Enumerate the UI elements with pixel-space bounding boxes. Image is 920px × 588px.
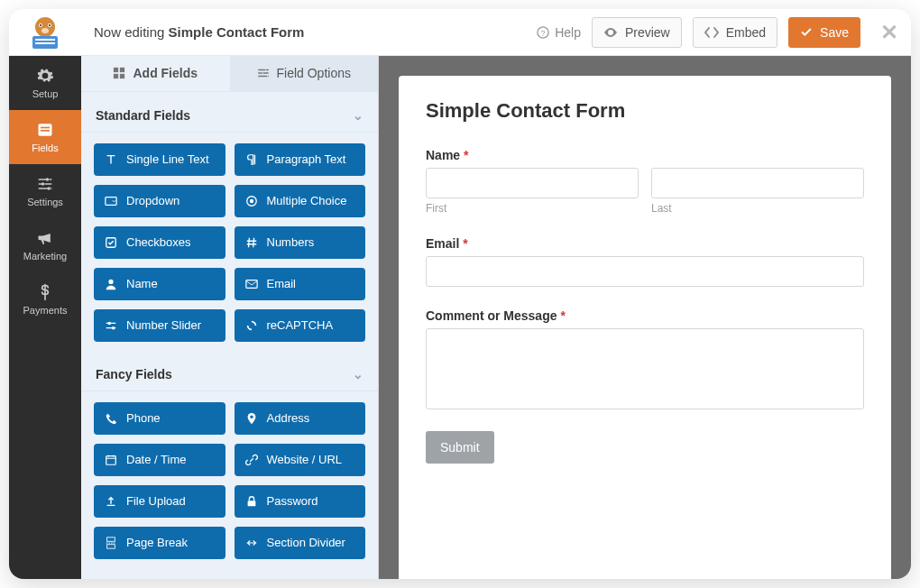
field-page-break[interactable]: Page Break bbox=[94, 527, 225, 559]
svg-rect-31 bbox=[247, 501, 255, 506]
fields-panel: Add Fields Field Options Standard Fields… bbox=[81, 56, 379, 579]
sidebar-item-payments[interactable]: Payments bbox=[9, 272, 81, 326]
sliders-small-icon bbox=[257, 67, 270, 79]
logo bbox=[9, 9, 81, 55]
field-single-line-text[interactable]: Single Line Text bbox=[94, 143, 225, 176]
svg-text:?: ? bbox=[541, 28, 546, 37]
save-button[interactable]: Save bbox=[788, 17, 860, 48]
sidebar-item-settings[interactable]: Settings bbox=[9, 164, 81, 218]
form-canvas[interactable]: Simple Contact Form Name * First Last bbox=[399, 76, 891, 579]
email-input[interactable] bbox=[426, 256, 864, 287]
chip-label: File Upload bbox=[126, 494, 186, 508]
field-paragraph-text[interactable]: Paragraph Text bbox=[235, 143, 366, 176]
dropdown-icon bbox=[105, 195, 117, 207]
field-datetime[interactable]: Date / Time bbox=[94, 444, 225, 476]
close-button[interactable]: ✕ bbox=[880, 22, 898, 43]
field-numbers[interactable]: Numbers bbox=[235, 226, 366, 259]
field-recaptcha[interactable]: reCAPTCHA bbox=[235, 309, 366, 342]
pin-icon bbox=[245, 412, 258, 425]
phone-icon bbox=[105, 412, 117, 425]
first-name-input[interactable] bbox=[426, 168, 639, 198]
svg-rect-18 bbox=[120, 68, 124, 72]
field-email[interactable]: Email bbox=[235, 268, 366, 300]
sidebar-item-fields[interactable]: Fields bbox=[9, 110, 81, 164]
last-sublabel: Last bbox=[651, 202, 864, 215]
chip-label: Dropdown bbox=[126, 194, 179, 207]
chip-label: Date / Time bbox=[126, 453, 186, 466]
help-icon: ? bbox=[537, 26, 549, 39]
section-standard-head[interactable]: Standard Fields ⌄ bbox=[81, 96, 378, 133]
field-label: Comment or Message * bbox=[426, 308, 864, 323]
svg-point-29 bbox=[250, 415, 253, 418]
required-mark: * bbox=[560, 308, 565, 323]
tab-label: Field Options bbox=[277, 66, 351, 80]
fancy-grid: Phone Address Date / Time Website / URL … bbox=[81, 402, 378, 565]
field-block-comment[interactable]: Comment or Message * bbox=[426, 308, 864, 409]
svg-rect-26 bbox=[245, 280, 256, 288]
field-number-slider[interactable]: Number Slider bbox=[94, 309, 225, 342]
label-text: Email bbox=[426, 236, 459, 251]
field-phone[interactable]: Phone bbox=[94, 402, 225, 435]
chevron-down-icon: ⌄ bbox=[353, 367, 363, 381]
field-multiple-choice[interactable]: Multiple Choice bbox=[235, 185, 366, 217]
dollar-icon bbox=[36, 283, 54, 301]
app-frame: Now editing Simple Contact Form ? Help P… bbox=[9, 9, 911, 579]
svg-point-16 bbox=[48, 187, 51, 189]
svg-point-14 bbox=[46, 178, 49, 180]
editing-prefix: Now editing bbox=[94, 24, 164, 40]
tab-field-options[interactable]: Field Options bbox=[230, 56, 379, 91]
field-dropdown[interactable]: Dropdown bbox=[94, 185, 225, 217]
name-row: First Last bbox=[426, 168, 864, 215]
gear-icon bbox=[36, 67, 54, 85]
lock-icon bbox=[245, 495, 258, 508]
chip-label: Website / URL bbox=[267, 453, 343, 466]
svg-rect-7 bbox=[35, 39, 55, 41]
preview-button[interactable]: Preview bbox=[592, 17, 682, 48]
chip-label: Password bbox=[267, 494, 318, 508]
embed-button[interactable]: Embed bbox=[693, 17, 777, 48]
sidebar-label: Setup bbox=[32, 88, 59, 99]
field-name[interactable]: Name bbox=[94, 268, 225, 300]
svg-rect-17 bbox=[114, 68, 118, 72]
sidebar-item-marketing[interactable]: Marketing bbox=[9, 218, 81, 272]
tab-add-fields[interactable]: Add Fields bbox=[81, 56, 230, 91]
field-file-upload[interactable]: File Upload bbox=[94, 485, 225, 518]
sidebar-item-setup[interactable]: Setup bbox=[9, 56, 81, 110]
field-section-divider[interactable]: Section Divider bbox=[235, 527, 366, 559]
panel-scroll[interactable]: Standard Fields ⌄ Single Line Text Parag… bbox=[81, 92, 378, 579]
submit-button[interactable]: Submit bbox=[426, 431, 494, 464]
chip-label: Single Line Text bbox=[126, 152, 209, 166]
preview-label: Preview bbox=[625, 25, 670, 40]
field-address[interactable]: Address bbox=[235, 402, 366, 435]
embed-label: Embed bbox=[726, 25, 766, 40]
field-block-name[interactable]: Name * First Last bbox=[426, 148, 864, 215]
svg-rect-32 bbox=[107, 537, 115, 541]
form-title: Simple Contact Form bbox=[426, 99, 864, 123]
checkbox-icon bbox=[105, 236, 117, 249]
field-url[interactable]: Website / URL bbox=[235, 444, 366, 476]
svg-point-5 bbox=[41, 28, 49, 33]
field-password[interactable]: Password bbox=[235, 485, 366, 518]
field-label: Name * bbox=[426, 148, 864, 162]
chip-label: Phone bbox=[126, 411, 161, 425]
label-text: Name bbox=[426, 148, 460, 162]
help-link[interactable]: ? Help bbox=[537, 25, 581, 40]
panel-tabs: Add Fields Field Options bbox=[81, 56, 378, 92]
field-checkboxes[interactable]: Checkboxes bbox=[94, 226, 225, 259]
top-bar: Now editing Simple Contact Form ? Help P… bbox=[9, 9, 911, 56]
section-title: Standard Fields bbox=[96, 108, 190, 123]
svg-point-0 bbox=[35, 17, 55, 37]
svg-rect-13 bbox=[41, 130, 50, 132]
section-fancy-head[interactable]: Fancy Fields ⌄ bbox=[81, 354, 378, 391]
last-name-input[interactable] bbox=[651, 168, 864, 198]
chip-label: Section Divider bbox=[267, 536, 345, 549]
code-icon bbox=[704, 25, 719, 40]
field-block-email[interactable]: Email * bbox=[426, 236, 864, 287]
chip-label: Multiple Choice bbox=[267, 194, 347, 207]
sliders-icon bbox=[36, 175, 54, 193]
paragraph-icon bbox=[245, 153, 258, 166]
canvas-wrap: Simple Contact Form Name * First Last bbox=[379, 56, 911, 579]
form-icon bbox=[36, 121, 54, 139]
svg-point-25 bbox=[108, 280, 113, 284]
comment-textarea[interactable] bbox=[426, 328, 864, 409]
